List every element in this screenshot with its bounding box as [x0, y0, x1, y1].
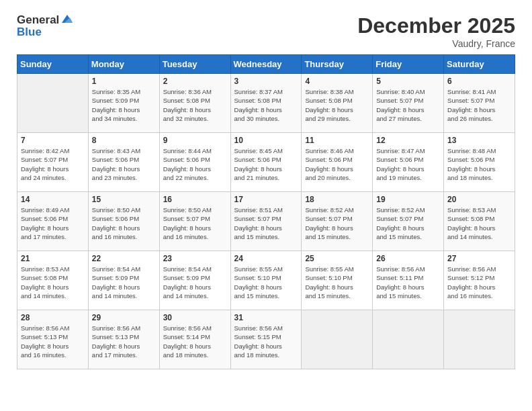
title-block: December 2025 Vaudry, France — [357, 13, 515, 49]
day-info: Sunrise: 8:54 AM Sunset: 5:09 PM Dayligh… — [163, 265, 227, 300]
day-info: Sunrise: 8:46 AM Sunset: 5:06 PM Dayligh… — [305, 146, 369, 182]
calendar-header: Sunday Monday Tuesday Wednesday Thursday… — [17, 55, 515, 74]
calendar-cell: 14Sunrise: 8:49 AM Sunset: 5:06 PM Dayli… — [17, 192, 89, 251]
day-number: 26 — [376, 254, 440, 263]
calendar-cell: 10Sunrise: 8:45 AM Sunset: 5:06 PM Dayli… — [230, 133, 302, 192]
calendar-cell: 21Sunrise: 8:53 AM Sunset: 5:08 PM Dayli… — [17, 251, 89, 310]
calendar-week-2: 7Sunrise: 8:42 AM Sunset: 5:07 PM Daylig… — [17, 133, 515, 192]
day-info: Sunrise: 8:56 AM Sunset: 5:14 PM Dayligh… — [163, 324, 227, 359]
calendar-cell: 4Sunrise: 8:38 AM Sunset: 5:08 PM Daylig… — [302, 74, 373, 133]
day-info: Sunrise: 8:56 AM Sunset: 5:13 PM Dayligh… — [21, 324, 85, 359]
day-info: Sunrise: 8:52 AM Sunset: 5:07 PM Dayligh… — [305, 205, 369, 241]
col-wednesday: Wednesday — [230, 55, 302, 74]
calendar-table: Sunday Monday Tuesday Wednesday Thursday… — [17, 54, 515, 369]
calendar-cell: 3Sunrise: 8:37 AM Sunset: 5:08 PM Daylig… — [230, 74, 302, 133]
day-info: Sunrise: 8:56 AM Sunset: 5:13 PM Dayligh… — [92, 324, 156, 359]
day-info: Sunrise: 8:42 AM Sunset: 5:07 PM Dayligh… — [21, 146, 85, 182]
calendar-week-1: 1Sunrise: 8:35 AM Sunset: 5:09 PM Daylig… — [17, 74, 515, 133]
page: General Blue December 2025 Vaudry, Franc… — [0, 0, 532, 411]
day-number: 30 — [163, 313, 227, 322]
calendar-cell: 13Sunrise: 8:48 AM Sunset: 5:06 PM Dayli… — [444, 133, 515, 192]
calendar-cell: 18Sunrise: 8:52 AM Sunset: 5:07 PM Dayli… — [302, 192, 373, 251]
day-info: Sunrise: 8:55 AM Sunset: 5:10 PM Dayligh… — [305, 265, 369, 300]
day-info: Sunrise: 8:38 AM Sunset: 5:08 PM Dayligh… — [305, 87, 369, 123]
calendar-cell: 26Sunrise: 8:56 AM Sunset: 5:11 PM Dayli… — [373, 251, 444, 310]
calendar-cell: 20Sunrise: 8:53 AM Sunset: 5:08 PM Dayli… — [444, 192, 515, 251]
calendar-cell: 1Sunrise: 8:35 AM Sunset: 5:09 PM Daylig… — [88, 74, 159, 133]
calendar-cell: 28Sunrise: 8:56 AM Sunset: 5:13 PM Dayli… — [17, 310, 89, 369]
day-info: Sunrise: 8:43 AM Sunset: 5:06 PM Dayligh… — [92, 146, 156, 182]
calendar-cell: 16Sunrise: 8:50 AM Sunset: 5:07 PM Dayli… — [159, 192, 230, 251]
day-info: Sunrise: 8:54 AM Sunset: 5:09 PM Dayligh… — [92, 265, 156, 300]
calendar-cell — [302, 310, 373, 369]
day-number: 22 — [92, 254, 156, 263]
day-number: 29 — [92, 313, 156, 322]
day-number: 18 — [305, 195, 369, 204]
calendar-cell: 15Sunrise: 8:50 AM Sunset: 5:06 PM Dayli… — [88, 192, 159, 251]
day-number: 15 — [92, 195, 156, 204]
day-number: 10 — [234, 136, 298, 145]
col-monday: Monday — [88, 55, 159, 74]
calendar-cell: 9Sunrise: 8:44 AM Sunset: 5:06 PM Daylig… — [159, 133, 230, 192]
col-saturday: Saturday — [444, 55, 515, 74]
logo: General Blue — [17, 13, 74, 39]
day-number: 5 — [376, 77, 440, 86]
calendar-cell: 2Sunrise: 8:36 AM Sunset: 5:08 PM Daylig… — [159, 74, 230, 133]
calendar-week-4: 21Sunrise: 8:53 AM Sunset: 5:08 PM Dayli… — [17, 251, 515, 310]
day-number: 24 — [234, 254, 298, 263]
day-number: 12 — [376, 136, 440, 145]
calendar-cell: 8Sunrise: 8:43 AM Sunset: 5:06 PM Daylig… — [88, 133, 159, 192]
day-number: 16 — [163, 195, 227, 204]
day-number: 20 — [447, 195, 511, 204]
col-tuesday: Tuesday — [159, 55, 230, 74]
header-row: Sunday Monday Tuesday Wednesday Thursday… — [17, 55, 515, 74]
calendar-cell: 29Sunrise: 8:56 AM Sunset: 5:13 PM Dayli… — [88, 310, 159, 369]
calendar-cell — [17, 74, 89, 133]
calendar-cell: 6Sunrise: 8:41 AM Sunset: 5:07 PM Daylig… — [444, 74, 515, 133]
calendar-body: 1Sunrise: 8:35 AM Sunset: 5:09 PM Daylig… — [17, 74, 515, 369]
day-number: 21 — [21, 254, 85, 263]
day-info: Sunrise: 8:50 AM Sunset: 5:06 PM Dayligh… — [92, 205, 156, 241]
day-info: Sunrise: 8:56 AM Sunset: 5:11 PM Dayligh… — [376, 265, 440, 300]
calendar-cell: 12Sunrise: 8:47 AM Sunset: 5:06 PM Dayli… — [373, 133, 444, 192]
calendar-cell: 31Sunrise: 8:56 AM Sunset: 5:15 PM Dayli… — [230, 310, 302, 369]
day-info: Sunrise: 8:51 AM Sunset: 5:07 PM Dayligh… — [234, 205, 298, 241]
day-number: 3 — [234, 77, 298, 86]
day-number: 31 — [234, 313, 298, 322]
calendar-cell: 22Sunrise: 8:54 AM Sunset: 5:09 PM Dayli… — [88, 251, 159, 310]
day-info: Sunrise: 8:53 AM Sunset: 5:08 PM Dayligh… — [447, 205, 511, 241]
day-number: 19 — [376, 195, 440, 204]
location: Vaudry, France — [357, 38, 515, 49]
day-number: 1 — [92, 77, 156, 86]
day-number: 9 — [163, 136, 227, 145]
calendar-cell: 25Sunrise: 8:55 AM Sunset: 5:10 PM Dayli… — [302, 251, 373, 310]
day-info: Sunrise: 8:56 AM Sunset: 5:12 PM Dayligh… — [447, 265, 511, 300]
calendar-cell: 27Sunrise: 8:56 AM Sunset: 5:12 PM Dayli… — [444, 251, 515, 310]
calendar-cell — [373, 310, 444, 369]
day-info: Sunrise: 8:56 AM Sunset: 5:15 PM Dayligh… — [234, 324, 298, 359]
calendar-cell — [444, 310, 515, 369]
day-info: Sunrise: 8:50 AM Sunset: 5:07 PM Dayligh… — [163, 205, 227, 241]
day-info: Sunrise: 8:52 AM Sunset: 5:07 PM Dayligh… — [376, 205, 440, 241]
logo-blue: Blue — [17, 26, 74, 39]
day-number: 25 — [305, 254, 369, 263]
day-info: Sunrise: 8:44 AM Sunset: 5:06 PM Dayligh… — [163, 146, 227, 182]
day-info: Sunrise: 8:49 AM Sunset: 5:06 PM Dayligh… — [21, 205, 85, 241]
day-number: 17 — [234, 195, 298, 204]
calendar-cell: 7Sunrise: 8:42 AM Sunset: 5:07 PM Daylig… — [17, 133, 89, 192]
calendar-cell: 23Sunrise: 8:54 AM Sunset: 5:09 PM Dayli… — [159, 251, 230, 310]
day-info: Sunrise: 8:40 AM Sunset: 5:07 PM Dayligh… — [376, 87, 440, 123]
col-thursday: Thursday — [302, 55, 373, 74]
calendar-cell: 19Sunrise: 8:52 AM Sunset: 5:07 PM Dayli… — [373, 192, 444, 251]
col-friday: Friday — [373, 55, 444, 74]
calendar-week-3: 14Sunrise: 8:49 AM Sunset: 5:06 PM Dayli… — [17, 192, 515, 251]
day-info: Sunrise: 8:55 AM Sunset: 5:10 PM Dayligh… — [234, 265, 298, 300]
day-number: 6 — [447, 77, 511, 86]
calendar-cell: 5Sunrise: 8:40 AM Sunset: 5:07 PM Daylig… — [373, 74, 444, 133]
day-number: 11 — [305, 136, 369, 145]
day-number: 23 — [163, 254, 227, 263]
month-year: December 2025 — [357, 13, 515, 38]
header: General Blue December 2025 Vaudry, Franc… — [17, 13, 515, 49]
calendar-cell: 11Sunrise: 8:46 AM Sunset: 5:06 PM Dayli… — [302, 133, 373, 192]
calendar-cell: 17Sunrise: 8:51 AM Sunset: 5:07 PM Dayli… — [230, 192, 302, 251]
